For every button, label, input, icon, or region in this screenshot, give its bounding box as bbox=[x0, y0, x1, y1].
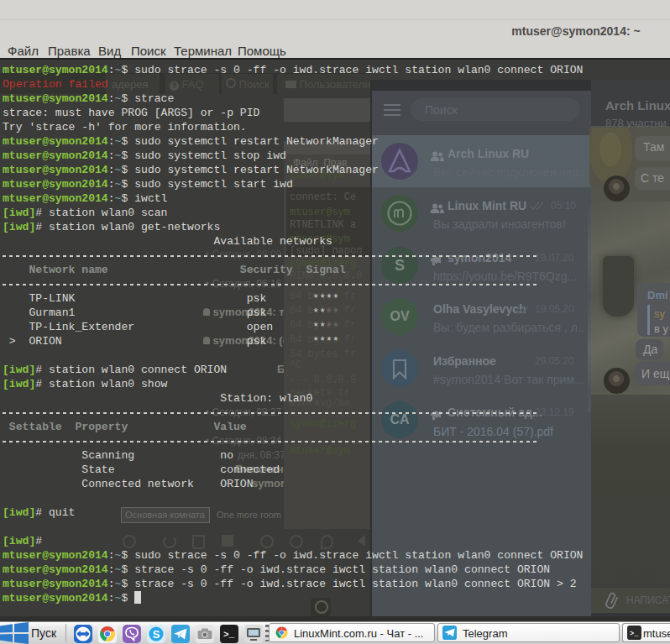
svg-text:>_: >_ bbox=[223, 630, 235, 640]
svg-text:S: S bbox=[153, 628, 160, 641]
svg-text:>_: >_ bbox=[630, 630, 639, 638]
